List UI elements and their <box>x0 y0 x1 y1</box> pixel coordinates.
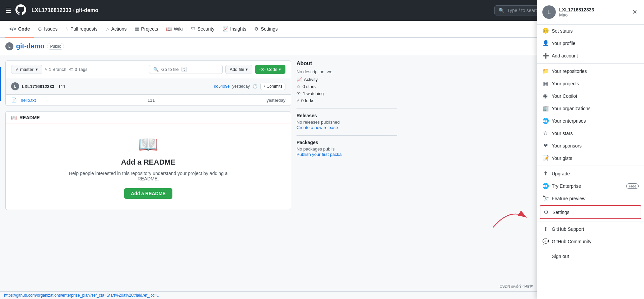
hamburger-menu[interactable]: ☰ <box>5 6 11 14</box>
watermark: CSDN @某个小猫咪 <box>500 284 533 289</box>
sidebar-stars[interactable]: ☆ 0 stars <box>297 84 397 89</box>
dropdown-divider-3 <box>537 221 644 221</box>
breadcrumb-repo[interactable]: git-demo <box>76 7 99 13</box>
file-name[interactable]: hello.txt <box>21 98 36 103</box>
stars-icon: ☆ <box>542 130 548 136</box>
nav-item-settings[interactable]: ⚙ Settings <box>250 21 282 38</box>
add-account-icon: ➕ <box>542 52 548 59</box>
commit-author-name[interactable]: LXL1716812333 <box>22 84 54 89</box>
nav-item-security[interactable]: 🛡 Security <box>187 21 219 38</box>
wiki-icon: 📖 <box>166 26 172 32</box>
branch-count[interactable]: ⑂ 1 Branch <box>45 67 66 72</box>
menu-item-sign-out[interactable]: Sign out <box>537 251 644 262</box>
dropdown-close-button[interactable]: ✕ <box>631 7 639 17</box>
copilot-icon: ◉ <box>542 93 548 99</box>
sidebar: About No description, we 📈 Activity ☆ 0 … <box>297 60 397 210</box>
enterprise-icon: 🌐 <box>542 183 548 189</box>
menu-item-your-profile[interactable]: 👤 Your profile <box>537 37 644 49</box>
nav-item-pull-requests[interactable]: ⑂ Pull requests <box>62 21 102 38</box>
settings-menu-icon: ⚙ <box>543 209 549 215</box>
star-icon: ☆ <box>297 84 301 89</box>
menu-item-github-community[interactable]: 💬 GitHub Community <box>537 235 644 248</box>
readme-heading: Add a README <box>121 158 176 167</box>
commit-hash[interactable]: dd6409e <box>214 84 230 89</box>
sidebar-no-packages: No packages publis <box>297 146 397 152</box>
menu-item-try-enterprise[interactable]: 🌐 Try Enterprise Free <box>537 180 644 192</box>
branch-dropdown-icon: ▾ <box>36 67 38 72</box>
free-badge: Free <box>626 183 639 189</box>
nav-item-actions[interactable]: ▷ Actions <box>102 21 131 38</box>
issues-icon: ⊙ <box>38 26 42 32</box>
menu-item-your-sponsors[interactable]: ❤ Your sponsors <box>537 139 644 152</box>
nav-item-issues[interactable]: ⊙ Issues <box>34 21 61 38</box>
upgrade-icon: ⬆ <box>542 170 548 177</box>
search-icon: 🔍 <box>499 8 504 13</box>
menu-item-set-status[interactable]: 😊 Set status <box>537 25 644 37</box>
add-readme-button[interactable]: Add a README <box>124 188 172 199</box>
branch-icon: ⑂ <box>15 67 18 72</box>
menu-item-your-organizations[interactable]: 🏢 Your organizations <box>537 102 644 115</box>
sidebar-releases-title: Releases <box>297 113 397 118</box>
nav-item-insights[interactable]: 📈 Insights <box>218 21 250 38</box>
code-icon: </> <box>9 26 16 32</box>
github-logo[interactable] <box>15 4 26 17</box>
feature-preview-icon: 🔭 <box>542 195 548 202</box>
repo-name[interactable]: git-demo <box>16 42 44 50</box>
code-button[interactable]: </> Code ▾ <box>255 65 285 74</box>
pull-requests-icon: ⑂ <box>66 26 68 32</box>
go-to-file-search[interactable]: 🔍 Go to file t <box>149 65 223 74</box>
menu-item-your-projects[interactable]: ▦ Your projects <box>537 77 644 90</box>
left-content: ⑂ master ▾ ⑂ 1 Branch 🏷 0 Tags 🔍 Go <box>5 60 291 210</box>
latest-commit-row: L LXL1716812333 111 dd6409e yesterday 🕐 … <box>6 78 291 95</box>
dropdown-divider-1 <box>537 63 644 63</box>
menu-item-settings[interactable]: ⚙ Settings <box>540 205 641 219</box>
add-file-button[interactable]: Add file ▾ <box>225 65 252 74</box>
nav-item-wiki[interactable]: 📖 Wiki <box>162 21 186 38</box>
menu-item-add-account[interactable]: ➕ Add account <box>537 49 644 62</box>
menu-item-upgrade[interactable]: ⬆ Upgrade <box>537 167 644 180</box>
menu-item-feature-preview[interactable]: 🔭 Feature preview <box>537 192 644 205</box>
menu-item-github-support[interactable]: ⬆ GitHub Support <box>537 223 644 235</box>
sidebar-activity[interactable]: 📈 Activity <box>297 77 397 82</box>
sidebar-divider-1 <box>297 109 397 109</box>
menu-item-your-stars[interactable]: ☆ Your stars <box>537 127 644 139</box>
menu-item-your-enterprises[interactable]: 🌐 Your enterprises <box>537 115 644 127</box>
commit-author-avatar: L <box>11 82 19 90</box>
sidebar-publish-package-link[interactable]: Publish your first packa <box>297 152 341 157</box>
settings-icon: ⚙ <box>254 26 259 32</box>
branch-count-icon: ⑂ <box>45 67 48 72</box>
menu-item-your-gists[interactable]: 📝 Your gists <box>537 152 644 164</box>
readme-header: 📖 README <box>6 112 291 124</box>
organizations-icon: 🏢 <box>542 105 548 112</box>
commit-message: 111 <box>58 84 66 89</box>
nav-item-projects[interactable]: ▦ Projects <box>131 21 162 38</box>
breadcrumb-username[interactable]: LXL1716812333 <box>32 7 71 13</box>
tag-count[interactable]: 🏷 0 Tags <box>69 67 88 72</box>
insights-icon: 📈 <box>222 26 228 32</box>
sidebar-releases: Releases No releases published Create a … <box>297 113 397 130</box>
sidebar-create-release-link[interactable]: Create a new release <box>297 125 338 130</box>
commits-count-button[interactable]: 7 Commits <box>260 83 285 90</box>
projects-icon: ▦ <box>135 26 139 32</box>
community-icon: 💬 <box>542 238 548 245</box>
file-last-modified: yesterday <box>267 98 285 103</box>
sidebar-about-text: No description, we <box>297 69 397 74</box>
activity-icon: 📈 <box>297 77 302 82</box>
sidebar-watching[interactable]: 👁 1 watching <box>297 91 397 96</box>
nav-item-code[interactable]: </> Code <box>5 21 34 38</box>
file-toolbar: ⑂ master ▾ ⑂ 1 Branch 🏷 0 Tags 🔍 Go <box>6 61 291 78</box>
projects-icon: ▦ <box>542 80 548 87</box>
status-url: https://github.com/organizations/enterpr… <box>4 293 160 298</box>
repositories-icon: 📁 <box>542 68 548 74</box>
menu-item-your-copilot[interactable]: ◉ Your Copilot <box>537 90 644 102</box>
file-commit-message: 111 <box>40 98 263 103</box>
breadcrumb: LXL1716812333 / git-demo <box>32 7 98 13</box>
settings-arrow-annotation <box>490 204 530 232</box>
sidebar-forks[interactable]: ⑂ 0 forks <box>297 98 397 103</box>
branch-selector[interactable]: ⑂ master ▾ <box>11 65 42 74</box>
sidebar-no-releases: No releases published <box>297 120 397 125</box>
sidebar-divider-2 <box>297 135 397 136</box>
menu-item-your-repositories[interactable]: 📁 Your repositories <box>537 65 644 77</box>
sponsors-icon: ❤ <box>542 142 548 149</box>
dropdown-divider-2 <box>537 166 644 166</box>
